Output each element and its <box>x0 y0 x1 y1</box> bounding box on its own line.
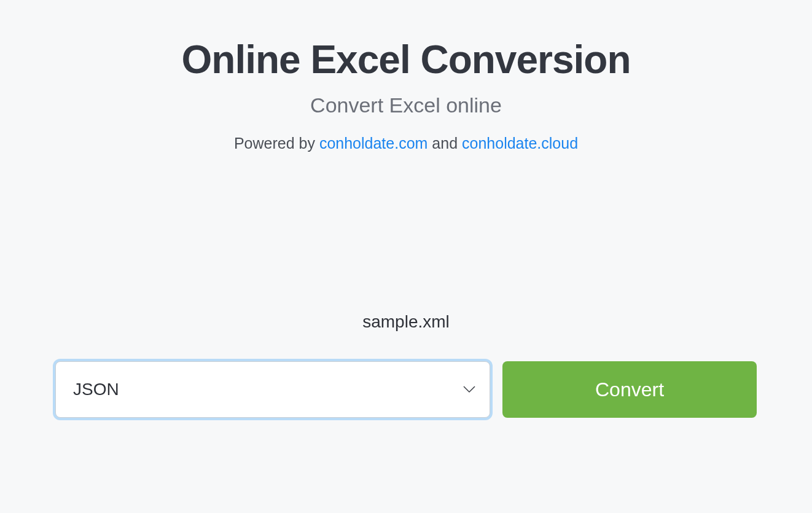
page-subtitle: Convert Excel online <box>0 93 812 117</box>
powered-by-prefix: Powered by <box>234 135 319 152</box>
convert-button[interactable]: Convert <box>502 361 757 418</box>
format-select[interactable]: JSON <box>55 361 490 418</box>
file-name-label: sample.xml <box>0 312 812 332</box>
conholdate-com-link[interactable]: conholdate.com <box>319 135 428 152</box>
controls-row: JSON Convert <box>0 361 812 418</box>
powered-by-text: Powered by conholdate.com and conholdate… <box>0 135 812 152</box>
main-container: Online Excel Conversion Convert Excel on… <box>0 0 812 418</box>
page-title: Online Excel Conversion <box>0 37 812 82</box>
and-text: and <box>427 135 462 152</box>
conholdate-cloud-link[interactable]: conholdate.cloud <box>462 135 578 152</box>
format-select-wrapper: JSON <box>55 361 490 418</box>
